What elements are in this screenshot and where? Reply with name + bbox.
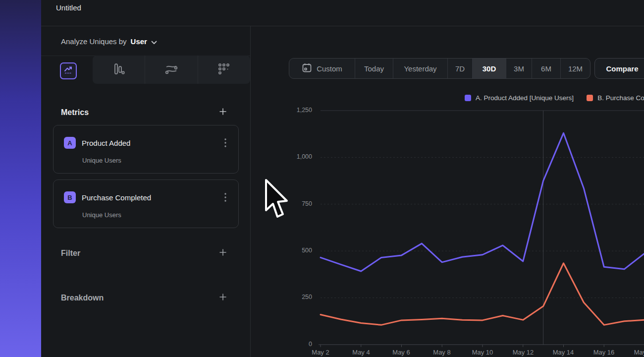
add-breakdown-button[interactable]: [218, 293, 228, 303]
analyze-label: Analyze Uniques by: [61, 37, 127, 46]
chevron-down-icon[interactable]: [151, 38, 157, 46]
cursor-arrow: [263, 178, 291, 223]
add-icon: [219, 293, 227, 303]
tab-funnels[interactable]: [93, 56, 145, 84]
kebab-menu-icon[interactable]: [220, 192, 230, 203]
metric-subtitle[interactable]: Unique Users: [82, 211, 121, 219]
analyze-uniques-row: Analyze Uniques by User: [61, 37, 157, 46]
line-chart[interactable]: [250, 0, 644, 357]
tab-insights[interactable]: [60, 62, 77, 79]
metric-badge-a: A: [64, 137, 76, 149]
add-filter-button[interactable]: [218, 248, 228, 258]
metric-title[interactable]: Purchase Completed: [82, 193, 151, 202]
report-title[interactable]: Untitled: [56, 3, 81, 12]
kebab-menu-icon[interactable]: [220, 137, 230, 148]
metrics-heading: Metrics: [61, 108, 89, 117]
chart-type-tabs: [93, 56, 250, 84]
left-gradient-strip: [0, 0, 41, 357]
filter-heading: Filter: [61, 249, 80, 258]
breakdown-heading: Breakdown: [61, 294, 104, 302]
dots-grid-icon: [217, 62, 230, 77]
metric-subtitle[interactable]: Unique Users: [82, 157, 121, 164]
add-metric-button[interactable]: [218, 108, 228, 118]
bar-chart-icon: [112, 62, 125, 77]
metric-title[interactable]: Product Added: [82, 139, 130, 147]
tab-retention[interactable]: [198, 56, 250, 84]
analyze-user-dropdown[interactable]: User: [131, 37, 147, 46]
flows-icon: [164, 62, 178, 77]
add-icon: [219, 108, 227, 118]
metric-badge-b: B: [64, 191, 76, 203]
tab-flows[interactable]: [145, 56, 197, 84]
line-chart-icon: [63, 65, 73, 77]
app-window: Untitled Analyze Uniques by User: [0, 0, 644, 357]
metric-card-b[interactable]: B Purchase Completed Unique Users: [53, 179, 239, 228]
add-icon: [219, 248, 227, 258]
metric-card-a[interactable]: A Product Added Unique Users: [53, 125, 239, 174]
